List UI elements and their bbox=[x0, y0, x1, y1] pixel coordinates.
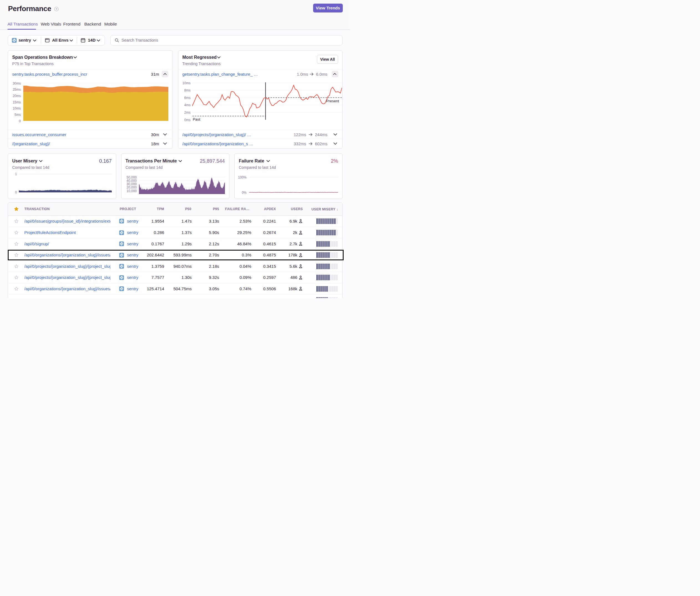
svg-text:?: ? bbox=[55, 7, 57, 10]
